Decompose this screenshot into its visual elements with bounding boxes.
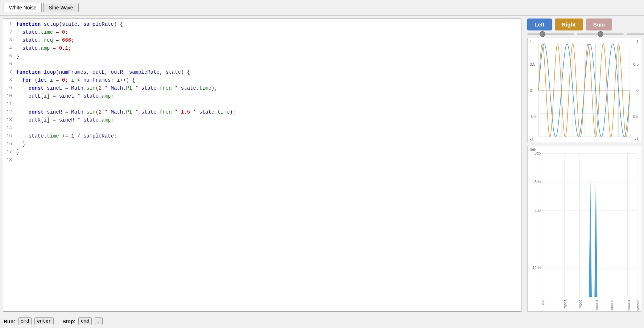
left-channel-button[interactable]: Left — [527, 19, 552, 30]
line-content: function setup(state, sampleRate) { — [16, 20, 123, 28]
line-number: 4 — [3, 44, 16, 52]
line-content: state.freq = 666; — [16, 36, 74, 44]
waveform-bot-right-label: -1 — [635, 137, 639, 141]
line-content: outR[i] = sineR * state.amp; — [16, 116, 114, 124]
code-line: 18 — [3, 156, 521, 164]
line-number: 7 — [3, 68, 16, 76]
tab-sine-wave[interactable]: Sine Wave — [43, 3, 78, 12]
line-number: 17 — [3, 148, 16, 156]
tab-bar: White Noise Sine Wave — [0, 0, 644, 16]
sum-slider[interactable] — [627, 33, 644, 35]
line-number: 2 — [3, 28, 16, 36]
line-number: 13 — [3, 116, 16, 124]
line-number: 3 — [3, 36, 16, 44]
line-content: state.amp = 0.1; — [16, 44, 71, 52]
waveform-half-label: 0.5 — [530, 62, 535, 66]
sum-channel-button[interactable]: Sum — [586, 19, 612, 30]
tab-white-noise[interactable]: White Noise — [4, 3, 42, 12]
code-line: 6 — [3, 60, 521, 68]
stop-label: Stop: — [62, 319, 75, 324]
bottom-bar: Run: cmd enter Stop: cmd . — [0, 315, 644, 328]
code-line: 8 for (let i = 0; i < numFrames; i++) { — [3, 76, 521, 84]
waveform-top-label: 1 — [530, 40, 532, 44]
main-content: 1function setup(state, sampleRate) {2 st… — [0, 16, 644, 315]
line-content: for (let i = 0; i < numFrames; i++) { — [16, 76, 135, 84]
left-slider[interactable] — [527, 33, 574, 35]
line-number: 15 — [3, 132, 16, 140]
waveform-nhalf-right-label: -0.5 — [632, 114, 639, 119]
code-line: 15 state.time += 1 / sampleRate; — [3, 132, 521, 140]
stop-key2: . — [95, 317, 103, 325]
spectrum-0db-label: 0db — [530, 148, 536, 152]
code-line: 13 outR[i] = sineR * state.amp; — [3, 116, 521, 124]
line-content: outL[i] = sineL * state.amp; — [16, 92, 114, 100]
channel-buttons: Left Right Sum — [527, 19, 641, 30]
waveform-nhalf-label: -0.5 — [530, 114, 537, 119]
right-slider[interactable] — [577, 33, 624, 35]
line-number: 6 — [3, 60, 16, 68]
line-number: 11 — [3, 100, 16, 108]
line-number: 8 — [3, 76, 16, 84]
code-line: 3 state.freq = 666; — [3, 36, 521, 44]
run-label: Run: — [4, 319, 15, 324]
right-panel: Left Right Sum 1 1 0.5 0.5 0 0 -0.5 -0.5… — [524, 16, 644, 315]
line-number: 12 — [3, 108, 16, 116]
spectrum-canvas — [528, 146, 641, 311]
code-line: 14 — [3, 124, 521, 132]
line-content: state.time += 1 / sampleRate; — [16, 132, 117, 140]
code-line: 11 — [3, 100, 521, 108]
waveform-bot-label: -1 — [530, 137, 533, 141]
line-content: } — [16, 148, 19, 156]
left-panel: 1function setup(state, sampleRate) {2 st… — [0, 16, 524, 315]
code-line: 1function setup(state, sampleRate) { — [3, 20, 521, 28]
waveform-half-right-label: 0.5 — [633, 62, 639, 66]
code-line: 9 const sineL = Math.sin(2 * Math.PI * s… — [3, 84, 521, 92]
line-content: } — [16, 140, 25, 148]
waveform-mid-right-label: 0 — [636, 88, 639, 93]
code-editor[interactable]: 1function setup(state, sampleRate) {2 st… — [3, 19, 521, 312]
code-line: 17} — [3, 148, 521, 156]
run-key1: cmd — [18, 317, 32, 325]
line-content: const sineL = Math.sin(2 * Math.PI * sta… — [16, 84, 218, 92]
line-number: 5 — [3, 52, 16, 60]
waveform-mid-label: 0 — [530, 88, 532, 93]
line-content: function loop(numFrames, outL, outR, sam… — [16, 68, 190, 76]
code-line: 16 } — [3, 140, 521, 148]
line-number: 9 — [3, 84, 16, 92]
right-channel-button[interactable]: Right — [555, 19, 583, 30]
sliders-row — [527, 33, 641, 35]
stop-key1: cmd — [78, 317, 92, 325]
line-number: 1 — [3, 20, 16, 28]
line-content: const sineR = Math.sin(2 * Math.PI * sta… — [16, 108, 236, 116]
code-line: 4 state.amp = 0.1; — [3, 44, 521, 52]
line-number: 18 — [3, 156, 16, 164]
waveform-display: 1 1 0.5 0.5 0 0 -0.5 -0.5 -1 -1 — [527, 38, 641, 143]
waveform-top-right-label: 1 — [636, 40, 639, 44]
line-content: state.time = 0; — [16, 28, 68, 36]
line-content: } — [16, 52, 19, 60]
spectrum-display: 0db — [527, 146, 641, 312]
code-line: 7function loop(numFrames, outL, outR, sa… — [3, 68, 521, 76]
line-number: 16 — [3, 140, 16, 148]
line-number: 10 — [3, 92, 16, 100]
line-number: 14 — [3, 124, 16, 132]
code-line: 2 state.time = 0; — [3, 28, 521, 36]
code-line: 12 const sineR = Math.sin(2 * Math.PI * … — [3, 108, 521, 116]
code-line: 10 outL[i] = sineL * state.amp; — [3, 92, 521, 100]
waveform-canvas — [528, 38, 641, 143]
run-key2: enter — [34, 317, 54, 325]
code-line: 5} — [3, 52, 521, 60]
